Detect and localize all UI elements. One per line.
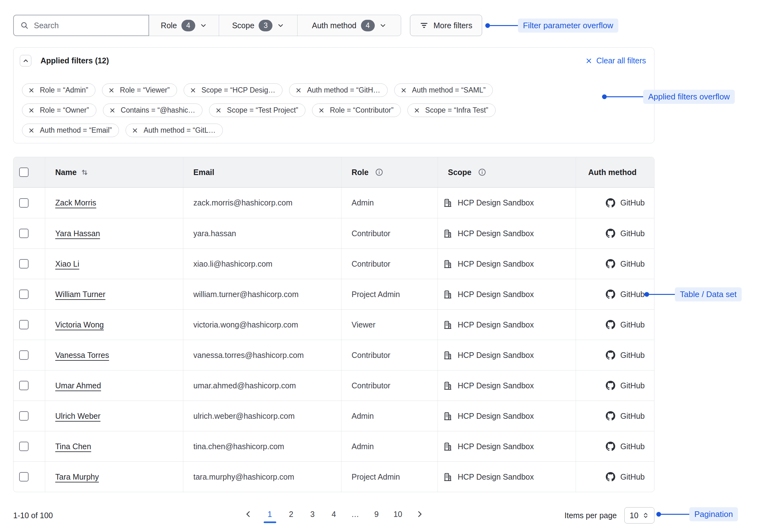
page-number-list: 1234…910: [264, 508, 404, 520]
remove-filter-icon[interactable]: [190, 87, 197, 94]
filter-chip[interactable]: Contains = “@hashic…: [103, 103, 202, 117]
github-icon: [606, 320, 615, 330]
info-icon[interactable]: [478, 168, 486, 177]
remove-filter-icon[interactable]: [215, 107, 222, 114]
filter-dropdown-role[interactable]: Role 4: [149, 15, 219, 36]
email-cell: umar.ahmed@hashicorp.com: [183, 370, 341, 401]
remove-filter-icon[interactable]: [413, 107, 420, 114]
table-row: Victoria Wongvictoria.wong@hashicorp.com…: [14, 309, 654, 340]
member-name-link[interactable]: William Turner: [55, 290, 105, 299]
auth-method-cell: GitHub: [576, 188, 654, 218]
auth-method-cell: GitHub: [576, 462, 654, 492]
filter-chip[interactable]: Role = “Owner”: [22, 103, 96, 117]
annotation-table-dataset: Table / Data set: [645, 286, 742, 303]
page-number-button[interactable]: 2: [285, 508, 297, 520]
items-per-page-select[interactable]: 10: [624, 507, 655, 524]
scope-cell: HCP Design Sandbox: [438, 218, 576, 248]
remove-filter-icon[interactable]: [109, 107, 116, 114]
column-header-name[interactable]: Name: [45, 157, 183, 187]
page-number-button[interactable]: 9: [371, 508, 383, 520]
scope-cell: HCP Design Sandbox: [438, 310, 576, 340]
filter-chip[interactable]: Role = “Contributor”: [312, 103, 401, 117]
member-name-link[interactable]: Victoria Wong: [55, 320, 104, 330]
role-cell: Contributor: [341, 249, 438, 279]
row-checkbox[interactable]: [19, 472, 29, 481]
chevron-up-icon: [22, 58, 29, 64]
clear-all-filters-button[interactable]: Clear all filters: [585, 56, 646, 65]
remove-filter-icon[interactable]: [28, 127, 35, 134]
github-icon: [606, 472, 615, 481]
row-checkbox-cell: [14, 249, 45, 279]
row-checkbox[interactable]: [19, 259, 29, 269]
filter-chip-label: Auth method = “Email”: [40, 126, 112, 135]
filter-chip-label: Contains = “@hashic…: [121, 106, 195, 114]
annotation-dot: [485, 23, 490, 28]
scope-cell: HCP Design Sandbox: [438, 249, 576, 279]
applied-filters-header: Applied filters (12) Clear all filters: [20, 55, 646, 66]
select-all-checkbox[interactable]: [19, 168, 29, 177]
page-number-button[interactable]: 4: [328, 508, 340, 520]
filter-chip[interactable]: Scope = “HCP Desig…: [184, 83, 283, 97]
row-checkbox[interactable]: [19, 198, 29, 208]
member-name-link[interactable]: Tina Chen: [55, 442, 91, 451]
column-header-label: Role: [351, 168, 368, 177]
remove-filter-icon[interactable]: [318, 107, 325, 114]
filter-chip[interactable]: Role = “Admin”: [22, 83, 96, 97]
member-name-link[interactable]: Vanessa Torres: [55, 351, 109, 360]
filter-chip[interactable]: Auth method = “GitL…: [125, 124, 223, 137]
row-checkbox[interactable]: [19, 350, 29, 360]
member-name-link[interactable]: Umar Ahmed: [55, 381, 101, 390]
previous-page-button[interactable]: [242, 510, 255, 518]
member-name-link[interactable]: Yara Hassan: [55, 229, 100, 238]
scope-cell: HCP Design Sandbox: [438, 462, 576, 492]
remove-filter-icon[interactable]: [28, 87, 35, 94]
filter-chip[interactable]: Scope = “Infra Test”: [407, 103, 495, 117]
org-icon: [443, 381, 453, 391]
table-header-row: Name Email Role Scope Aut: [14, 157, 654, 188]
row-checkbox[interactable]: [19, 290, 29, 299]
remove-filter-icon[interactable]: [131, 127, 138, 134]
page-number-button[interactable]: 1: [264, 508, 276, 520]
member-name-link[interactable]: Tara Murphy: [55, 472, 99, 481]
filter-chip[interactable]: Role = “Viewer”: [102, 83, 177, 97]
remove-filter-icon[interactable]: [295, 87, 302, 94]
filter-chip[interactable]: Auth method = “GitH…: [289, 83, 387, 97]
row-checkbox[interactable]: [19, 442, 29, 451]
role-cell: Project Admin: [341, 279, 438, 309]
remove-filter-icon[interactable]: [108, 87, 115, 94]
sort-icon[interactable]: [80, 168, 89, 177]
filter-chip[interactable]: Auth method = “Email”: [22, 124, 119, 137]
search-input[interactable]: [34, 21, 142, 30]
role-cell: Admin: [341, 431, 438, 462]
member-name-link[interactable]: Ulrich Weber: [55, 412, 100, 421]
page-number-button[interactable]: 3: [307, 508, 318, 520]
role-cell: Contributor: [341, 370, 438, 401]
org-icon: [443, 350, 453, 360]
member-name-link[interactable]: Zack Morris: [55, 198, 96, 207]
row-checkbox[interactable]: [19, 320, 29, 330]
filter-dropdown-scope[interactable]: Scope 3: [219, 15, 297, 36]
annotation-dot: [656, 512, 661, 517]
remove-filter-icon[interactable]: [400, 87, 407, 94]
row-checkbox-cell: [14, 310, 45, 340]
info-icon[interactable]: [375, 168, 384, 177]
filter-chip-label: Scope = “Test Project”: [227, 106, 298, 114]
more-filters-button[interactable]: More filters: [410, 15, 482, 36]
filter-chip[interactable]: Scope = “Test Project”: [209, 103, 305, 117]
scope-cell: HCP Design Sandbox: [438, 431, 576, 462]
collapse-button[interactable]: [20, 55, 31, 66]
row-checkbox[interactable]: [19, 229, 29, 238]
member-name-link[interactable]: Xiao Li: [55, 259, 79, 269]
clear-all-filters-label: Clear all filters: [596, 56, 646, 65]
annotation-line: [661, 514, 689, 515]
github-icon: [606, 411, 615, 421]
page-number-button[interactable]: 10: [392, 508, 404, 520]
row-checkbox[interactable]: [19, 381, 29, 390]
filter-dropdown-auth-method[interactable]: Auth method 4: [297, 15, 401, 36]
row-checkbox[interactable]: [19, 411, 29, 421]
next-page-button[interactable]: [413, 510, 426, 518]
applied-filters-card: Applied filters (12) Clear all filters R…: [13, 47, 655, 143]
remove-filter-icon[interactable]: [28, 107, 35, 114]
search-field[interactable]: [13, 15, 149, 36]
filter-chip[interactable]: Auth method = “SAML”: [394, 83, 493, 97]
